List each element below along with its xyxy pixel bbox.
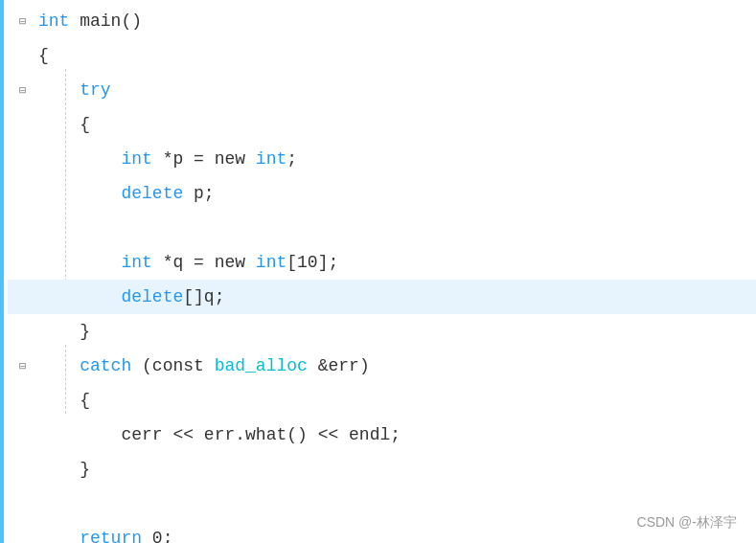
token: []q; xyxy=(183,287,224,306)
token: int xyxy=(121,253,151,272)
token: int xyxy=(38,11,69,31)
token: { xyxy=(80,115,90,134)
collapse-icon-11[interactable]: ⊟ xyxy=(19,359,26,373)
code-text-13: cerr << err.what() << endl; xyxy=(38,425,745,444)
code-text-4: { xyxy=(38,115,745,134)
token: delete xyxy=(121,287,183,306)
code-text-5: int *p = new int; xyxy=(38,149,745,169)
code-text-14: } xyxy=(38,460,745,479)
code-line-12: { xyxy=(8,383,756,418)
code-container: ⊟int main(){⊟ try { int *p = new int; de… xyxy=(0,0,756,543)
code-line-9: delete[]q; xyxy=(8,280,756,314)
collapse-icon-3[interactable]: ⊟ xyxy=(19,83,26,98)
code-text-12: { xyxy=(38,391,745,410)
token: int xyxy=(121,149,151,169)
token: bad_alloc xyxy=(215,356,308,375)
watermark: CSDN @-林泽宇 xyxy=(637,514,737,532)
code-line-4: { xyxy=(8,107,756,142)
token: ; xyxy=(286,149,297,169)
token: catch xyxy=(80,356,131,375)
token: return xyxy=(80,529,142,543)
code-text-10: } xyxy=(38,322,745,341)
code-text-6: delete p; xyxy=(38,184,745,203)
code-text-1: int main() xyxy=(38,11,745,31)
token: main() xyxy=(69,11,142,31)
code-text-11: catch (const bad_alloc &err) xyxy=(38,356,745,375)
code-text-3: try xyxy=(38,80,745,100)
code-text-8: int *q = new int[10]; xyxy=(38,253,745,272)
code-line-8: int *q = new int[10]; xyxy=(8,245,756,280)
code-text-7 xyxy=(38,218,745,238)
code-line-6: delete p; xyxy=(8,176,756,211)
token: &err) xyxy=(308,356,370,375)
token: 0; xyxy=(142,529,172,543)
code-line-10: } xyxy=(8,314,756,349)
token: (const xyxy=(131,356,214,375)
code-line-7 xyxy=(8,211,756,245)
token: *p = new xyxy=(152,149,256,169)
code-line-13: cerr << err.what() << endl; xyxy=(8,418,756,452)
code-line-2: { xyxy=(8,38,756,73)
token: } xyxy=(80,322,90,341)
token: { xyxy=(38,46,49,65)
token: int xyxy=(256,253,286,272)
token: p; xyxy=(183,184,214,203)
code-line-3: ⊟ try xyxy=(8,73,756,107)
code-line-11: ⊟ catch (const bad_alloc &err) xyxy=(8,349,756,383)
code-text-9: delete[]q; xyxy=(38,287,745,306)
token: cerr << err.what() << endl; xyxy=(121,425,401,444)
code-line-14: } xyxy=(8,452,756,486)
code-text-2: { xyxy=(38,46,745,65)
token: { xyxy=(80,391,90,410)
token: delete xyxy=(121,184,183,203)
token: try xyxy=(80,80,110,100)
code-line-5: int *p = new int; xyxy=(8,142,756,176)
collapse-icon-1[interactable]: ⊟ xyxy=(19,14,26,29)
token: [10]; xyxy=(286,253,338,272)
code-content: ⊟int main(){⊟ try { int *p = new int; de… xyxy=(0,0,756,543)
token: int xyxy=(256,149,286,169)
token: *q = new xyxy=(152,253,256,272)
code-line-1: ⊟int main() xyxy=(8,4,756,38)
token: } xyxy=(80,460,90,479)
